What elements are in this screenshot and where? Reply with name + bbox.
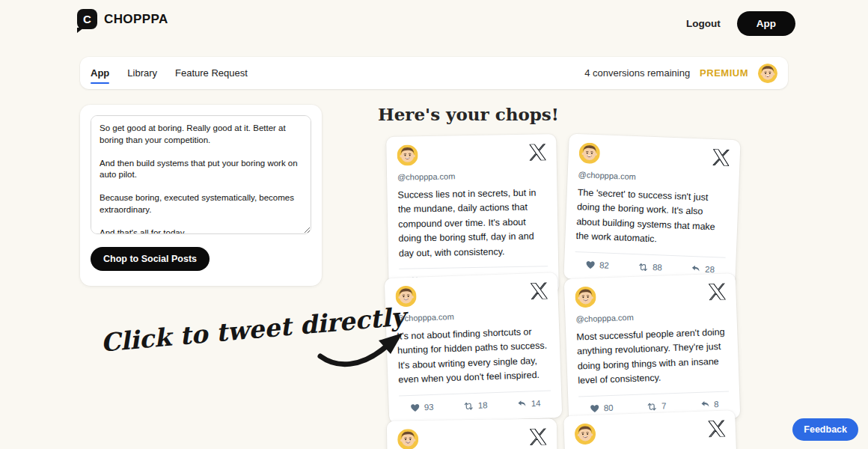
retweet-count: 18	[478, 400, 488, 409]
tweet-handle: @chopppa.com	[397, 170, 546, 181]
reply-stat[interactable]: 14	[517, 398, 541, 409]
tweet-card[interactable]: @chopppa.com Most successful people aren…	[564, 273, 741, 424]
reply-icon	[691, 263, 702, 275]
retweet-icon	[638, 261, 650, 273]
reply-stat[interactable]: 28	[691, 263, 715, 275]
feedback-button[interactable]: Feedback	[792, 418, 858, 441]
app-page: C CHOPPPA Logout App App Library Feature…	[0, 0, 868, 449]
tab-feature-request[interactable]: Feature Request	[175, 64, 248, 82]
retweet-stat[interactable]: 88	[638, 261, 662, 273]
tab-library[interactable]: Library	[127, 64, 157, 82]
tweet-stats: 93 18 14	[399, 390, 551, 418]
tweet-text: The 'secret' to success isn't just doing…	[575, 186, 728, 249]
reply-icon	[700, 399, 710, 409]
avatar-emoji	[397, 144, 418, 165]
tweet-handle: @chopppa.com	[575, 447, 726, 449]
x-logo-icon	[529, 144, 545, 160]
tweet-card[interactable]: @chopppa.com Success lies not in secrets…	[386, 134, 559, 296]
tweet-card[interactable]: @chopppa.com The 'secret' to success isn…	[563, 134, 740, 285]
composer-card: So get good at boring. Really good at it…	[80, 105, 322, 286]
like-stat[interactable]: 82	[585, 260, 609, 271]
retweet-count: 7	[661, 401, 667, 410]
chopppa-logo-icon: C	[77, 9, 97, 29]
heart-icon	[410, 403, 421, 413]
profile-avatar[interactable]	[758, 64, 777, 83]
app-button[interactable]: App	[737, 11, 795, 36]
navbar: App Library Feature Request 4 conversion…	[80, 57, 788, 89]
logout-link[interactable]: Logout	[686, 18, 721, 29]
conversions-remaining-text: 4 conversions remaining	[584, 67, 690, 79]
premium-badge: PREMIUM	[700, 67, 748, 79]
x-logo-icon	[530, 429, 546, 445]
tweet-handle: @chopppa.com	[396, 308, 548, 323]
tab-app[interactable]: App	[91, 64, 109, 82]
like-count: 80	[604, 403, 614, 412]
chop-to-social-posts-button[interactable]: Chop to Social Posts	[91, 247, 210, 271]
reply-icon	[517, 399, 528, 409]
avatar-emoji	[575, 424, 596, 445]
tweet-text: It's not about finding shortcuts or hunt…	[397, 324, 551, 388]
heart-icon	[585, 260, 596, 271]
retweet-stat[interactable]: 7	[647, 400, 667, 412]
tweet-text: Success lies not in secrets, but in the …	[397, 186, 548, 260]
tweet-card[interactable]: @chopppa.com	[387, 418, 558, 449]
tweet-card[interactable]: @chopppa.com	[563, 410, 739, 449]
like-stat[interactable]: 80	[590, 403, 614, 414]
like-count: 93	[424, 403, 434, 412]
retweet-icon	[463, 400, 475, 412]
logo-letter: C	[83, 13, 91, 25]
avatar-emoji	[397, 429, 418, 449]
brand-name: CHOPPPA	[104, 12, 168, 27]
retweet-stat[interactable]: 18	[463, 400, 488, 412]
retweet-icon	[647, 400, 658, 412]
heart-icon	[590, 403, 600, 413]
like-stat[interactable]: 93	[410, 402, 434, 413]
arrow-annotation	[316, 326, 413, 370]
reply-count: 14	[531, 399, 541, 408]
x-logo-icon	[712, 149, 730, 166]
avatar-emoji	[575, 287, 596, 308]
x-logo-icon	[709, 284, 726, 301]
reply-count: 8	[714, 400, 719, 409]
x-logo-icon	[709, 421, 726, 438]
results-heading: Here's your chops!	[378, 104, 559, 124]
reply-count: 28	[705, 265, 715, 274]
tweet-handle: @chopppa.com	[575, 310, 726, 324]
x-logo-icon	[531, 283, 548, 300]
brand-logo[interactable]: C CHOPPPA	[77, 9, 168, 29]
source-text-input[interactable]: So get good at boring. Really good at it…	[91, 115, 311, 234]
retweet-count: 88	[652, 263, 662, 272]
like-count: 82	[599, 260, 609, 269]
nav-tabs: App Library Feature Request	[91, 64, 248, 82]
avatar-emoji	[578, 142, 600, 164]
tweet-handle: @chopppa.com	[578, 170, 728, 185]
reply-stat[interactable]: 8	[700, 399, 719, 410]
tweet-text: Most successful people aren't doing anyt…	[576, 326, 729, 388]
